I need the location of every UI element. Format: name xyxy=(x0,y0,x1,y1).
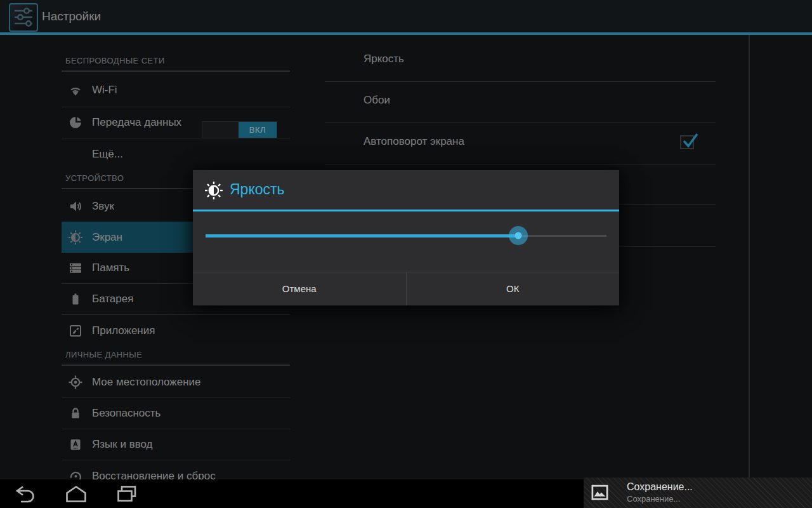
saving-notification[interactable]: Сохранение... Сохранение... xyxy=(584,478,812,508)
ok-button[interactable]: ОК xyxy=(407,272,620,305)
notification-subtitle: Сохранение... xyxy=(627,494,680,504)
dialog-accent-line xyxy=(193,210,619,211)
home-button[interactable] xyxy=(57,484,95,504)
slider-thumb[interactable] xyxy=(509,226,528,245)
cancel-button[interactable]: Отмена xyxy=(193,272,407,305)
recents-icon xyxy=(115,485,138,504)
brightness-dialog: Яркость Отмена ОК xyxy=(193,170,619,305)
brightness-slider[interactable] xyxy=(206,227,606,244)
back-icon xyxy=(14,485,37,504)
slider-fill xyxy=(206,234,518,237)
recents-button[interactable] xyxy=(108,484,146,504)
android-settings-screen: Настройки БЕСПРОВОДНЫЕ СЕТИ Wi-Fi ВКЛ xyxy=(0,0,812,508)
dialog-titlebar: Яркость xyxy=(193,170,619,210)
notification-title: Сохранение... xyxy=(627,481,693,493)
dialog-title: Яркость xyxy=(230,170,285,210)
brightness-icon xyxy=(204,181,223,200)
home-icon xyxy=(65,485,88,504)
dialog-button-bar: Отмена ОК xyxy=(193,272,619,305)
back-button[interactable] xyxy=(6,484,44,504)
image-icon xyxy=(591,484,608,501)
